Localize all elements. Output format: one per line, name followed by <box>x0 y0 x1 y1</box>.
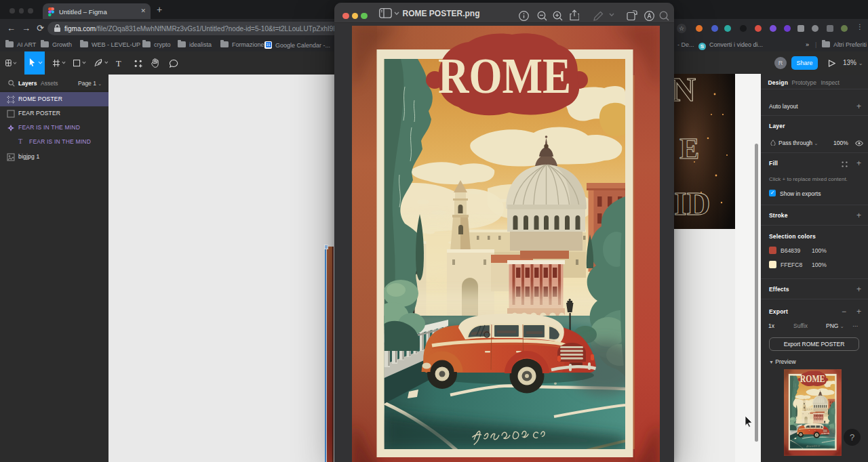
svg-text:ID: ID <box>674 186 710 222</box>
svg-text:N: N <box>674 74 696 108</box>
svg-text:E: E <box>679 132 699 165</box>
